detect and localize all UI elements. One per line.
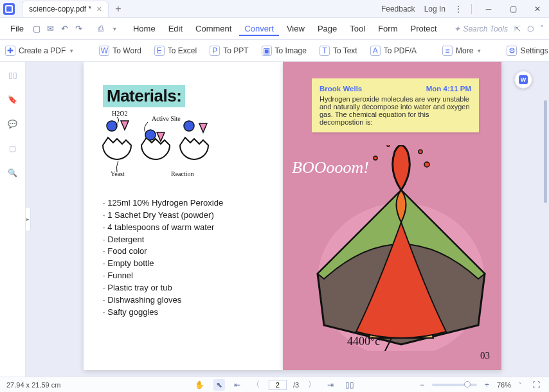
to-image-button[interactable]: ▣To Image — [262, 46, 307, 56]
prev-page-icon[interactable]: 〈 — [249, 378, 262, 391]
menu-tool[interactable]: Tool — [345, 21, 370, 36]
list-item: 4 tablespoons of warm water — [103, 222, 264, 234]
thumbnails-icon[interactable]: ▯▯ — [6, 68, 20, 82]
to-text-button[interactable]: TTo Text — [320, 46, 357, 56]
zoom-dropdown-icon[interactable]: ˅ — [516, 380, 525, 389]
create-pdf-button[interactable]: ✚Create a PDF▾ — [5, 46, 73, 56]
search-icon[interactable]: 🔍 — [6, 166, 20, 180]
menu-bar: File ▢ ✉ ↶ ↷ ⎙ ▾ Home Edit Comment Conve… — [0, 18, 549, 40]
more-button[interactable]: ≡More▾ — [442, 46, 481, 56]
menu-view[interactable]: View — [282, 21, 310, 36]
temperature-label: 4400°c — [347, 335, 380, 348]
zoom-out-icon[interactable]: − — [417, 379, 427, 391]
save-icon[interactable]: ▢ — [32, 24, 42, 34]
close-icon[interactable]: × — [96, 4, 102, 13]
sidebar-expand-handle[interactable]: ▸ — [26, 207, 31, 231]
toolbar: ✚Create a PDF▾ WTo Word ETo Excel PTo PP… — [0, 40, 549, 62]
list-item: Plastic tray or tub — [103, 282, 264, 294]
sticky-note[interactable]: Brook Wells Mon 4:11 PM Hydrogen peroxid… — [312, 78, 479, 132]
page-number-input[interactable] — [269, 380, 287, 390]
to-word-button[interactable]: WTo Word — [99, 46, 141, 56]
zoom-in-icon[interactable]: + — [482, 379, 492, 391]
menu-comment[interactable]: Comment — [190, 21, 237, 36]
svg-point-9 — [387, 145, 390, 147]
kebab-menu-icon[interactable]: ⋮ — [455, 4, 462, 13]
svg-point-4 — [184, 121, 194, 131]
feedback-link[interactable]: Feedback — [381, 4, 415, 13]
to-pdfa-button[interactable]: ATo PDF/A — [370, 46, 417, 56]
menu-convert[interactable]: Convert — [239, 21, 279, 36]
menu-form[interactable]: Form — [373, 21, 402, 36]
view-mode-icon[interactable]: ▯▯ — [343, 379, 357, 391]
search-tools[interactable]: ✦ Search Tools — [454, 24, 508, 33]
divider — [471, 4, 472, 14]
volcano-illustration — [292, 145, 498, 351]
hand-tool-icon[interactable]: ✋ — [192, 379, 207, 391]
list-item: Empty bottle — [103, 258, 264, 270]
page-right: Brook Wells Mon 4:11 PM Hydrogen peroxid… — [283, 62, 501, 370]
select-tool-icon[interactable]: ⬉ — [213, 379, 225, 391]
menu-home[interactable]: Home — [128, 21, 161, 36]
gear-icon: ⚙ — [507, 46, 517, 56]
svg-point-2 — [145, 130, 156, 140]
collapse-ribbon-icon[interactable]: ˄ — [540, 24, 544, 33]
list-item: Funnel — [103, 270, 264, 282]
to-ppt-button[interactable]: PTo PPT — [210, 46, 248, 56]
enzyme-diagram: H2O2 Active Site Yeast Reaction — [93, 107, 228, 184]
title-bar: science-copy.pdf * × + Feedback Log In ⋮… — [0, 0, 549, 18]
to-excel-button[interactable]: ETo Excel — [154, 46, 197, 56]
fullscreen-icon[interactable]: ⛶ — [530, 379, 543, 391]
floating-word-widget[interactable]: W — [514, 71, 532, 89]
bookmarks-icon[interactable]: 🔖 — [6, 93, 20, 107]
left-sidebar: ▯▯ 🔖 💬 ▢ 🔍 — [0, 62, 26, 377]
redo-icon[interactable]: ↷ — [74, 24, 84, 34]
settings-button[interactable]: ⚙Settings — [507, 46, 548, 56]
print-icon[interactable]: ⎙ — [96, 24, 106, 34]
print-dropdown-icon[interactable]: ▾ — [110, 24, 120, 34]
undo-icon[interactable]: ↶ — [60, 24, 70, 34]
share-icon[interactable]: ⇱ — [514, 24, 521, 33]
new-tab-button[interactable]: + — [115, 3, 121, 15]
note-body: Hydrogen peroxide molecules are very uns… — [320, 95, 471, 126]
list-item: Detergent — [103, 234, 264, 246]
word-badge-icon: W — [519, 75, 528, 84]
vertical-scrollbar[interactable] — [544, 100, 547, 203]
minimize-icon[interactable]: ─ — [481, 1, 496, 17]
zoom-slider[interactable] — [432, 384, 477, 386]
menu-protect[interactable]: Protect — [405, 21, 442, 36]
close-window-icon[interactable]: ✕ — [530, 1, 545, 17]
h2o2-label: H2O2 — [112, 110, 127, 117]
zoom-thumb[interactable] — [464, 381, 471, 388]
file-menu[interactable]: File — [5, 21, 29, 36]
login-link[interactable]: Log In — [424, 4, 446, 13]
page-left: Materials: H2O2 Active Site Yeast Reacti… — [84, 62, 283, 370]
svg-marker-3 — [157, 132, 165, 141]
next-page-icon[interactable]: 〉 — [305, 378, 318, 391]
list-item: Safty goggles — [103, 307, 264, 319]
mail-icon[interactable]: ✉ — [46, 24, 56, 34]
image-icon: ▣ — [262, 46, 272, 56]
menu-page[interactable]: Page — [312, 21, 342, 36]
text-icon: T — [320, 46, 330, 56]
page-number: 03 — [480, 350, 490, 361]
page-total: /3 — [293, 381, 299, 389]
menu-edit[interactable]: Edit — [163, 21, 188, 36]
chevron-down-icon: ▾ — [70, 48, 73, 54]
svg-marker-1 — [121, 121, 129, 130]
more-icon: ≡ — [442, 46, 453, 56]
pdfa-icon: A — [370, 46, 381, 56]
tab-title: science-copy.pdf * — [29, 4, 91, 13]
cloud-icon[interactable]: ⬡ — [527, 24, 534, 33]
document-area: ▯▯ 🔖 💬 ▢ 🔍 ▸ Materials: H2O2 Active Site… — [0, 62, 549, 377]
active-site-label: Active Site — [152, 115, 181, 122]
comments-icon[interactable]: 💬 — [6, 117, 20, 131]
first-page-icon[interactable]: ⇤ — [231, 379, 243, 391]
chevron-down-icon: ▾ — [478, 48, 481, 54]
workarea[interactable]: ▸ Materials: H2O2 Active Site Yeast Reac… — [26, 62, 549, 377]
app-icon — [0, 0, 18, 18]
document-tab[interactable]: science-copy.pdf * × — [22, 1, 109, 17]
last-page-icon[interactable]: ⇥ — [325, 379, 336, 391]
attachments-icon[interactable]: ▢ — [6, 141, 20, 156]
zoom-percent: 76% — [497, 381, 511, 389]
maximize-icon[interactable]: ▢ — [505, 1, 521, 17]
